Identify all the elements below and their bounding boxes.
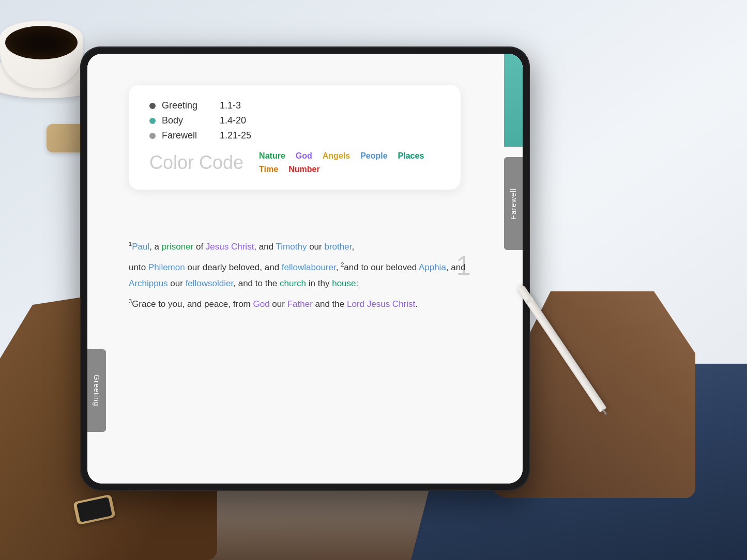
- archippus-name: Archippus: [129, 278, 168, 288]
- verse-3: 3Grace to you, and peace, from God our F…: [129, 297, 481, 313]
- greeting-label: Greeting: [162, 100, 214, 111]
- god-word: God: [253, 299, 269, 309]
- fellowlabourer-word: fellowlabourer: [282, 262, 336, 272]
- house-word: house: [332, 278, 356, 288]
- tag-nature[interactable]: Nature: [259, 151, 285, 161]
- verse-sup-3: 3: [129, 299, 132, 305]
- pencil-band: [525, 297, 534, 305]
- fellowsoldier-word: fellowsoldier: [186, 278, 234, 288]
- verse-body: unto Philemon our dearly beloved, and fe…: [129, 260, 481, 291]
- sidebar-farewell-tab[interactable]: Farewell: [504, 157, 523, 250]
- farewell-dot: [149, 133, 156, 139]
- greeting-dot: [149, 103, 156, 109]
- apphia-name: Apphia: [419, 262, 446, 272]
- screen-content: Greeting 1.1-3 Body 1.4-20 Farewell 1.21…: [87, 54, 523, 484]
- body-range: 1.4-20: [220, 115, 246, 126]
- greeting-range: 1.1-3: [220, 100, 241, 111]
- jesus-christ-1: Jesus Christ: [206, 242, 254, 252]
- watch-face: [77, 497, 112, 522]
- legend-card: Greeting 1.1-3 Body 1.4-20 Farewell 1.21…: [129, 85, 461, 190]
- lord-jesus-christ: Lord Jesus Christ: [347, 299, 415, 309]
- tag-angels[interactable]: Angels: [323, 151, 350, 161]
- ipad-device: Greeting 1.1-3 Body 1.4-20 Farewell 1.21…: [80, 46, 530, 491]
- color-code-title: Color Code: [149, 152, 243, 174]
- verse-sup-2: 2: [341, 262, 344, 268]
- prisoner-word: prisoner: [162, 242, 193, 252]
- coffee-liquid: [5, 26, 78, 59]
- sidebar-greeting-tab[interactable]: Greeting: [87, 349, 106, 432]
- legend-items: Greeting 1.1-3 Body 1.4-20 Farewell 1.21…: [149, 100, 440, 141]
- legend-item-greeting: Greeting 1.1-3: [149, 100, 440, 111]
- verse-intro: 1Paul, a prisoner of Jesus Christ, and T…: [129, 240, 481, 254]
- farewell-range: 1.21-25: [220, 130, 251, 141]
- philemon-name: Philemon: [148, 262, 185, 272]
- father-word: Father: [287, 299, 313, 309]
- bible-text-section: 1Paul, a prisoner of Jesus Christ, and T…: [129, 240, 481, 313]
- farewell-label: Farewell: [162, 130, 214, 141]
- tag-god[interactable]: God: [296, 151, 312, 161]
- sidebar-greeting-label: Greeting: [93, 375, 101, 407]
- tag-people[interactable]: People: [360, 151, 387, 161]
- tag-time[interactable]: Time: [259, 165, 278, 174]
- tag-number[interactable]: Number: [288, 165, 319, 174]
- legend-item-body: Body 1.4-20: [149, 115, 440, 126]
- ipad-screen: Greeting 1.1-3 Body 1.4-20 Farewell 1.21…: [87, 54, 523, 484]
- color-code-section: Color Code Nature God Angels People Plac…: [149, 151, 440, 174]
- legend-item-farewell: Farewell 1.21-25: [149, 130, 440, 141]
- body-label: Body: [162, 115, 214, 126]
- church-word: church: [280, 278, 306, 288]
- sidebar-farewell-label: Farewell: [509, 188, 517, 220]
- body-dot: [149, 118, 156, 124]
- color-tags: Nature God Angels People Places Time Num…: [259, 151, 440, 174]
- teal-accent-bar: [504, 54, 523, 147]
- tag-places[interactable]: Places: [398, 151, 424, 161]
- paul-name: Paul: [132, 242, 149, 252]
- brother-word: brother: [324, 242, 352, 252]
- timothy-name: Timothy: [276, 242, 307, 252]
- coffee-cup-body: [0, 21, 83, 88]
